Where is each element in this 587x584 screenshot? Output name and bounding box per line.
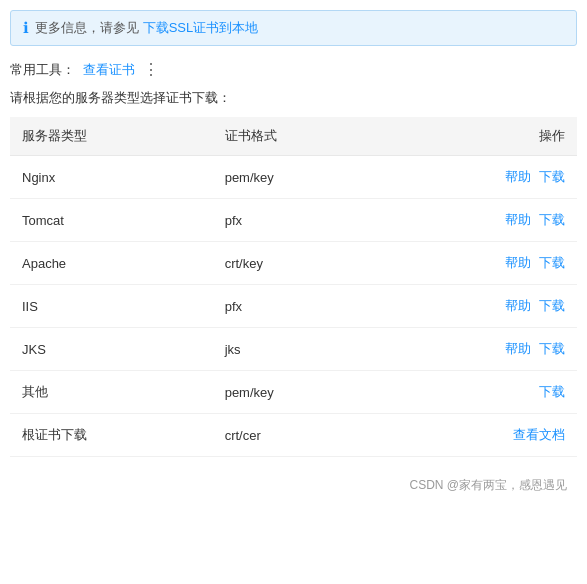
section-title: 请根据您的服务器类型选择证书下载： xyxy=(10,89,577,107)
table-row: 根证书下载crt/cer查看文档 xyxy=(10,414,577,457)
action-cell: 查看文档 xyxy=(398,426,565,444)
col-server-type: 服务器类型 xyxy=(10,117,213,156)
cell-cert-format: pem/key xyxy=(213,156,386,199)
info-bar: ℹ 更多信息，请参见 下载SSL证书到本地 xyxy=(10,10,577,46)
action-cell: 帮助下载 xyxy=(398,168,565,186)
action-cell: 帮助下载 xyxy=(398,297,565,315)
col-cert-format: 证书格式 xyxy=(213,117,386,156)
cell-server-type: JKS xyxy=(10,328,213,371)
cell-cert-format: crt/key xyxy=(213,242,386,285)
table-header: 服务器类型 证书格式 操作 xyxy=(10,117,577,156)
download-link[interactable]: 查看文档 xyxy=(513,426,565,444)
view-cert-link[interactable]: 查看证书 xyxy=(83,61,135,79)
cell-server-type: IIS xyxy=(10,285,213,328)
cell-action: 帮助下载 xyxy=(386,328,577,371)
table-body: Nginxpem/key帮助下载Tomcatpfx帮助下载Apachecrt/k… xyxy=(10,156,577,457)
download-link[interactable]: 下载 xyxy=(539,383,565,401)
cell-action: 下载 xyxy=(386,371,577,414)
cell-cert-format: pfx xyxy=(213,285,386,328)
cell-action: 帮助下载 xyxy=(386,199,577,242)
cell-server-type: Tomcat xyxy=(10,199,213,242)
more-icon[interactable]: ⋮ xyxy=(143,60,159,79)
action-cell: 下载 xyxy=(398,383,565,401)
help-link[interactable]: 帮助 xyxy=(505,340,531,358)
download-link[interactable]: 下载 xyxy=(539,254,565,272)
table-row: 其他pem/key下载 xyxy=(10,371,577,414)
download-link[interactable]: 下载 xyxy=(539,340,565,358)
table-row: Tomcatpfx帮助下载 xyxy=(10,199,577,242)
cell-server-type: 其他 xyxy=(10,371,213,414)
info-text: 更多信息，请参见 下载SSL证书到本地 xyxy=(35,19,258,37)
download-link[interactable]: 下载 xyxy=(539,211,565,229)
col-action: 操作 xyxy=(386,117,577,156)
table-row: Apachecrt/key帮助下载 xyxy=(10,242,577,285)
download-link[interactable]: 下载 xyxy=(539,168,565,186)
help-link[interactable]: 帮助 xyxy=(505,254,531,272)
cell-cert-format: pfx xyxy=(213,199,386,242)
action-cell: 帮助下载 xyxy=(398,211,565,229)
cell-server-type: Apache xyxy=(10,242,213,285)
download-link[interactable]: 下载 xyxy=(539,297,565,315)
action-cell: 帮助下载 xyxy=(398,340,565,358)
info-icon: ℹ xyxy=(23,19,29,37)
cell-cert-format: crt/cer xyxy=(213,414,386,457)
cell-action: 帮助下载 xyxy=(386,242,577,285)
help-link[interactable]: 帮助 xyxy=(505,211,531,229)
tools-label: 常用工具： xyxy=(10,61,75,79)
cell-action: 帮助下载 xyxy=(386,285,577,328)
table-row: JKSjks帮助下载 xyxy=(10,328,577,371)
tools-row: 常用工具： 查看证书 ⋮ xyxy=(10,60,577,79)
cell-server-type: Nginx xyxy=(10,156,213,199)
help-link[interactable]: 帮助 xyxy=(505,168,531,186)
cert-table: 服务器类型 证书格式 操作 Nginxpem/key帮助下载Tomcatpfx帮… xyxy=(10,117,577,457)
action-cell: 帮助下载 xyxy=(398,254,565,272)
cell-action: 帮助下载 xyxy=(386,156,577,199)
table-row: IISpfx帮助下载 xyxy=(10,285,577,328)
footer-text: CSDN @家有两宝，感恩遇见 xyxy=(409,478,567,492)
cell-server-type: 根证书下载 xyxy=(10,414,213,457)
cell-cert-format: pem/key xyxy=(213,371,386,414)
footer: CSDN @家有两宝，感恩遇见 xyxy=(0,457,587,504)
table-row: Nginxpem/key帮助下载 xyxy=(10,156,577,199)
cell-cert-format: jks xyxy=(213,328,386,371)
cell-action: 查看文档 xyxy=(386,414,577,457)
info-link[interactable]: 下载SSL证书到本地 xyxy=(143,20,259,35)
help-link[interactable]: 帮助 xyxy=(505,297,531,315)
